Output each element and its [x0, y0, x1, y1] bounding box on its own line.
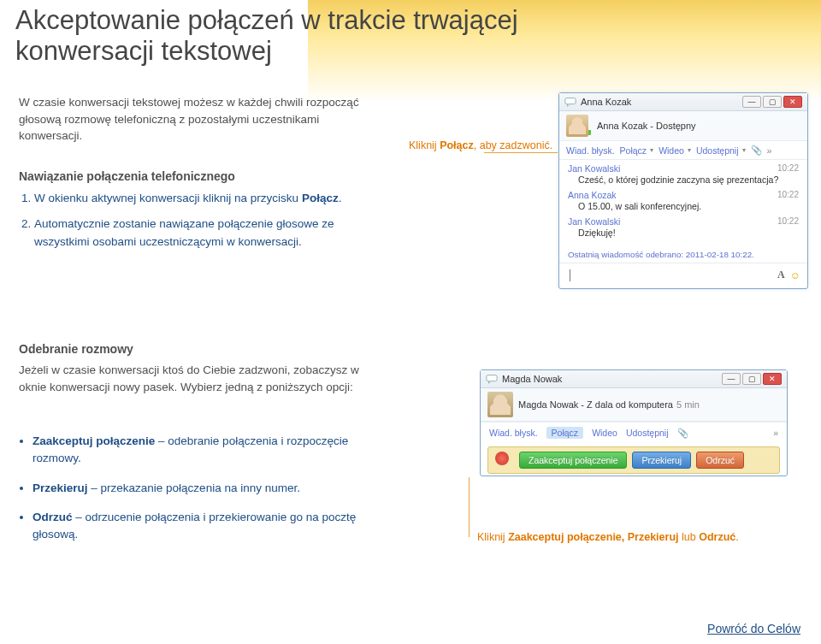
tb-im[interactable]: Wiad. błysk. [489, 428, 538, 438]
reject-call-button[interactable]: Odrzuć [696, 452, 744, 469]
tb-call[interactable]: Połącz [546, 427, 584, 439]
chat-icon [486, 373, 498, 385]
message-list: Jan Kowalski10:22 Cześć, o której godzin… [559, 160, 807, 248]
chat-window-magda: Magda Nowak — ▢ ✕ Magda Nowak - Z dala o… [480, 369, 788, 476]
tb-call[interactable]: Połącz [620, 145, 654, 156]
callout-connect: Kliknij Połącz, aby zadzwonić. [409, 139, 552, 152]
section2-paragraph: Jeżeli w czasie konwersacji ktoś do Cieb… [19, 362, 361, 395]
window-title: Anna Kozak [581, 97, 631, 107]
section2-bullets: Zaakceptuj połączenie – odebranie połącz… [32, 433, 357, 555]
msg1-name: Jan Kowalski [568, 163, 620, 174]
back-to-goals-link[interactable]: Powróć do Celów [707, 622, 800, 635]
accept-call-button[interactable]: Zaakceptuj połączenie [519, 452, 627, 469]
avatar [566, 115, 588, 137]
window-titlebar: Magda Nowak — ▢ ✕ [481, 370, 787, 388]
chat-window-anna: Anna Kozak — ▢ ✕ Anna Kozak - Dostępny W… [558, 92, 808, 289]
message-input[interactable]: A ☺ [559, 263, 807, 288]
phone-icon [495, 452, 509, 465]
section1-steps: W okienku aktywnej konwersacji kliknij n… [19, 190, 361, 259]
svg-rect-0 [565, 98, 576, 104]
callout-arrow-2 [469, 477, 470, 537]
chat-toolbar: Wiad. błysk. Połącz Wideo Udostępnij 📎 » [481, 422, 787, 443]
msg3-name: Jan Kowalski [568, 216, 620, 227]
step-1: W okienku aktywnej konwersacji kliknij n… [34, 190, 361, 207]
redirect-call-button[interactable]: Przekieruj [632, 452, 691, 469]
avatar [487, 392, 513, 417]
maximize-button[interactable]: ▢ [742, 373, 761, 385]
bullet-reject: Odrzuć – odrzucenie połączenia i przekie… [32, 509, 357, 544]
more-icon[interactable]: » [767, 145, 772, 156]
callout-accept: Kliknij Zaakceptuj połączenie, Przekieru… [477, 531, 739, 543]
tb-share[interactable]: Udostępnij [626, 428, 669, 438]
section2-heading: Odebranie rozmowy [19, 342, 133, 356]
last-received-status: Ostatnią wiadomość odebrano: 2011-02-18 … [559, 248, 807, 263]
presence-row: Anna Kozak - Dostępny [559, 111, 807, 141]
close-button[interactable]: ✕ [763, 373, 782, 385]
tb-share[interactable]: Udostępnij [696, 145, 746, 156]
callout-arrow-1 [484, 152, 558, 153]
chat-toolbar: Wiad. błysk. Połącz Wideo Udostępnij 📎 » [559, 141, 807, 160]
page-title: Akceptowanie połączeń w trakcie trwające… [15, 5, 563, 66]
incoming-call-bar: Zaakceptuj połączenie Przekieruj Odrzuć [487, 446, 780, 474]
bullet-accept: Zaakceptuj połączenie – odebranie połącz… [32, 433, 357, 468]
minimize-button[interactable]: — [742, 96, 761, 108]
font-button[interactable]: A [777, 269, 785, 281]
close-button[interactable]: ✕ [783, 96, 802, 108]
intro-paragraph: W czasie konwersacji tekstowej możesz w … [19, 94, 361, 145]
minimize-button[interactable]: — [722, 373, 741, 385]
msg2-body: O 15.00, w sali konferencyjnej. [568, 200, 799, 216]
tb-video[interactable]: Wideo [592, 428, 617, 438]
maximize-button[interactable]: ▢ [763, 96, 782, 108]
presence-text: Anna Kozak - Dostępny [597, 121, 696, 131]
window-title: Magda Nowak [502, 374, 562, 384]
more-icon[interactable]: » [773, 428, 778, 438]
svg-rect-1 [487, 375, 497, 381]
tb-video[interactable]: Wideo [659, 145, 691, 156]
step-2: Automatycznie zostanie nawiązane połącze… [34, 216, 361, 251]
section1-heading: Nawiązanie połączenia telefonicznego [19, 169, 235, 183]
chat-icon [564, 96, 576, 108]
presence-text: Magda Nowak - Z dala od komputera5 min [518, 399, 700, 410]
msg3-body: Dziękuję! [568, 227, 799, 243]
msg2-time: 10:22 [777, 190, 799, 200]
msg1-time: 10:22 [777, 163, 799, 174]
msg1-body: Cześć, o której godzinie zaczyna się pre… [568, 174, 799, 190]
attach-icon[interactable]: 📎 [751, 145, 762, 156]
bullet-redirect: Przekieruj – przekazanie połączenia na i… [32, 480, 357, 497]
emoji-icon[interactable]: ☺ [790, 269, 800, 281]
tb-im[interactable]: Wiad. błysk. [566, 145, 615, 156]
presence-row: Magda Nowak - Z dala od komputera5 min [481, 388, 787, 422]
msg3-time: 10:22 [777, 216, 799, 227]
text-caret-icon [570, 269, 570, 281]
window-titlebar: Anna Kozak — ▢ ✕ [559, 93, 807, 111]
attach-icon[interactable]: 📎 [677, 428, 688, 439]
msg2-name: Anna Kozak [568, 190, 617, 200]
